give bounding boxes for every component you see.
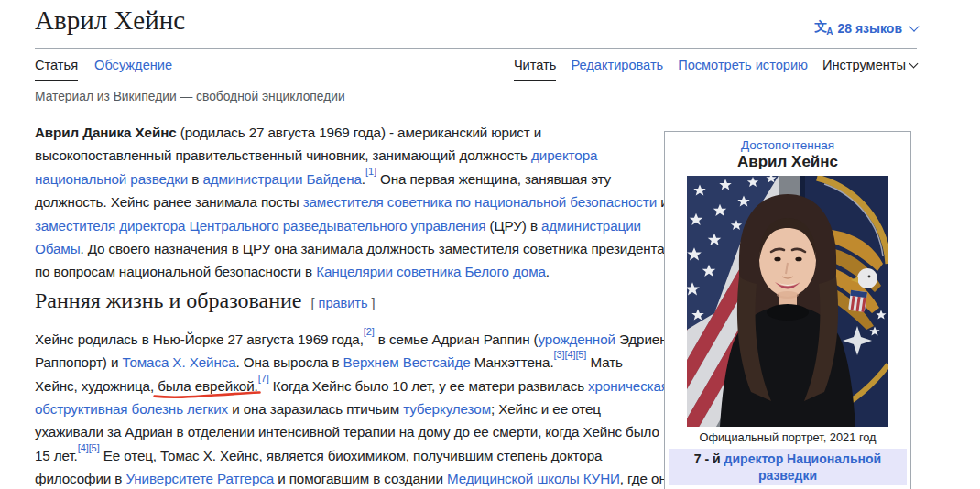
language-icon: 文A bbox=[814, 19, 833, 37]
tab-tools[interactable]: Инструменты bbox=[822, 49, 917, 81]
infobox: Достопочтенная Аврил Хейнс bbox=[664, 131, 911, 489]
honorific-link[interactable]: Достопочтенная bbox=[741, 138, 834, 152]
language-count-label: 28 языков bbox=[837, 21, 902, 36]
article-tab-bar: Статья Обсуждение Читать Редактировать П… bbox=[35, 49, 917, 82]
tab-edit[interactable]: Редактировать bbox=[571, 49, 663, 81]
office-link[interactable]: директор Национальной разведки bbox=[724, 451, 882, 483]
tab-history[interactable]: Посмотреть историю bbox=[678, 49, 808, 81]
wiki-link[interactable]: туберкулезом bbox=[403, 401, 491, 417]
office-band: 7 - й директор Национальной разведки bbox=[669, 449, 907, 485]
section-heading: Ранняя жизнь и образование[ править ] bbox=[35, 288, 669, 321]
article-body: Аврил Даника Хейнс (родилась 27 августа … bbox=[35, 121, 669, 489]
reference-link[interactable]: [7] bbox=[258, 373, 269, 384]
person-name-bold: Аврил Даника Хейнс bbox=[35, 125, 177, 140]
page-title: Аврил Хейнс bbox=[35, 5, 185, 36]
wiki-link[interactable]: хроническая обструктивная болезнь легких bbox=[35, 378, 669, 417]
reference-link[interactable]: [1] bbox=[365, 166, 376, 177]
red-underlined-text: была еврейкой bbox=[158, 378, 254, 394]
tab-read[interactable]: Читать bbox=[514, 49, 556, 81]
site-tagline: Материал из Википедии — свободной энцикл… bbox=[35, 90, 345, 103]
language-selector-button[interactable]: 文A 28 языков bbox=[814, 19, 918, 37]
wiki-link[interactable]: Университете Ратгерса bbox=[125, 471, 274, 486]
edit-section-link[interactable]: править bbox=[319, 296, 368, 310]
red-underline-annotation bbox=[153, 390, 261, 399]
infobox-person-name: Аврил Хейнс bbox=[665, 153, 910, 171]
chevron-down-icon bbox=[909, 21, 919, 31]
reference-link[interactable]: [4] bbox=[564, 349, 575, 360]
wiki-link[interactable]: урожденной bbox=[539, 331, 615, 347]
wiki-link[interactable]: заместителя советника по национальной бе… bbox=[303, 194, 657, 210]
reference-link[interactable]: [3] bbox=[554, 349, 565, 360]
edit-section: [ править ] bbox=[311, 296, 376, 310]
reference-link[interactable]: [5] bbox=[575, 349, 586, 360]
article-paragraph: Аврил Даника Хейнс (родилась 27 августа … bbox=[35, 121, 669, 284]
wiki-link[interactable]: Томаса Х. Хейнса bbox=[122, 354, 235, 370]
wiki-link[interactable]: Медицинской школы КУНИ bbox=[447, 471, 620, 486]
wiki-link[interactable]: Верхнем Вестсайде bbox=[343, 354, 471, 370]
chevron-down-icon bbox=[909, 59, 919, 68]
portrait-caption: Официальный портрет, 2021 год bbox=[665, 430, 910, 444]
view-tabs: Читать Редактировать Посмотреть историю … bbox=[514, 49, 917, 81]
reference-link[interactable]: [2] bbox=[364, 326, 375, 337]
office-ordinal: 7 - й bbox=[694, 451, 721, 466]
reference-link[interactable]: [5] bbox=[89, 442, 100, 453]
article-paragraph: Хейнс родилась в Нью-Йорке 27 августа 19… bbox=[35, 328, 669, 489]
wiki-link[interactable]: Канцелярии советника Белого дома bbox=[316, 264, 546, 279]
reference-link[interactable]: [4] bbox=[78, 442, 89, 453]
wiki-link[interactable]: заместителя директора Центрального разве… bbox=[35, 218, 485, 234]
wikipedia-article-page: Аврил Хейнс 文A 28 языков Статья Обсужден… bbox=[0, 0, 980, 489]
tab-article[interactable]: Статья bbox=[35, 49, 78, 81]
tab-discussion[interactable]: Обсуждение bbox=[94, 49, 172, 81]
wiki-link[interactable]: администрации Байдена bbox=[202, 171, 361, 187]
portrait-image[interactable] bbox=[687, 176, 888, 427]
namespace-tabs: Статья Обсуждение bbox=[35, 49, 172, 81]
